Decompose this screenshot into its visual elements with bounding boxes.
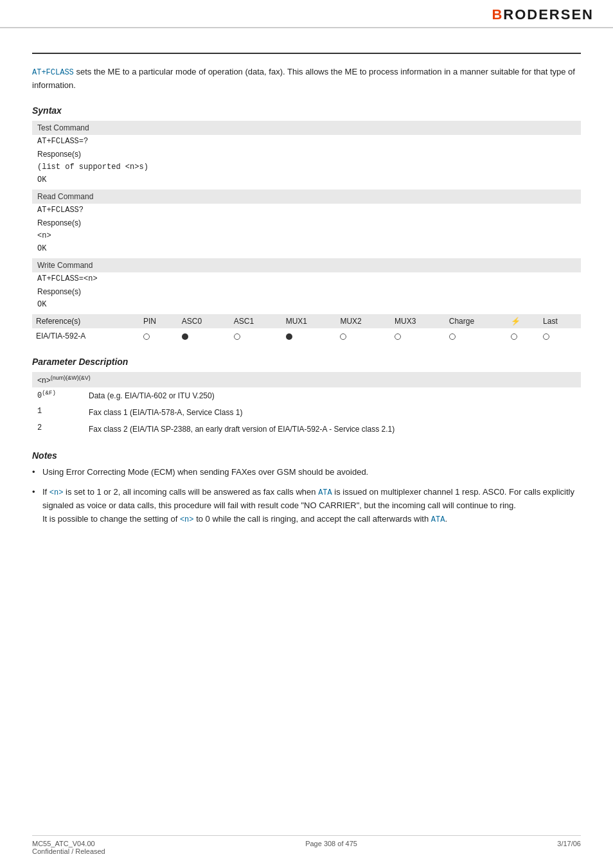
read-command-ok: OK	[32, 242, 581, 258]
note-item-2: If <n> is set to 1 or 2, all incoming ca…	[32, 486, 581, 526]
test-command-response1: (list of supported <n>s)	[32, 161, 581, 173]
write-command-ok: OK	[32, 298, 581, 314]
eia-label: EIA/TIA-592-A	[32, 328, 139, 344]
circle-empty-pin	[143, 333, 150, 340]
note-text-1: Using Error Correcting Mode (ECM) when s…	[42, 467, 368, 477]
test-command-response-label: Response(s)	[32, 148, 581, 161]
circle-filled-mux1	[286, 333, 292, 340]
logo: BRODERSEN	[492, 6, 594, 23]
footer-date: 3/17/06	[557, 840, 581, 855]
col-charge: Charge	[445, 314, 507, 328]
note-text-2: If <n> is set to 1 or 2, all incoming ca…	[42, 487, 574, 524]
param-header-text: <n>(num)(&W)(&V)	[32, 372, 581, 387]
write-command-header: Write Command	[32, 258, 581, 272]
notes-label: Notes	[32, 450, 581, 461]
logo-brand: BRODERSEN	[492, 6, 594, 23]
syntax-label: Syntax	[32, 105, 581, 116]
param-key-0: 0(&F)	[32, 387, 84, 404]
param-desc-label: Parameter Description	[32, 357, 581, 367]
param-row-2: 2 Fax class 2 (EIA/TIA SP-2388, an early…	[32, 421, 581, 438]
footer-left: MC55_ATC_V04.00 Confidential / Released	[32, 840, 105, 855]
intro-text: sets the ME to a particular mode of oper…	[32, 67, 575, 90]
syntax-table: Test Command AT+FCLASS=? Response(s) (li…	[32, 121, 581, 344]
circle-empty-last	[543, 333, 549, 340]
test-command-header: Test Command	[32, 121, 581, 135]
cell-last	[539, 328, 581, 344]
intro-paragraph: AT+FCLASS sets the ME to a particular mo…	[32, 66, 581, 93]
col-mux2: MUX2	[336, 314, 391, 328]
test-command-label: Test Command	[32, 121, 581, 135]
footer-doc-name: MC55_ATC_V04.00	[32, 840, 105, 847]
code-ata-ref1: ATA	[318, 488, 332, 497]
footer-center: Page 308 of 475	[305, 840, 357, 855]
cell-mux2	[336, 328, 391, 344]
read-command-label: Read Command	[32, 190, 581, 204]
circle-empty-charge	[449, 333, 456, 340]
circle-empty-asc1	[234, 333, 240, 340]
col-last: Last	[539, 314, 581, 328]
circle-filled-asc0	[182, 333, 188, 340]
read-command-response1: <n>	[32, 229, 581, 242]
ref-label: Reference(s)	[32, 314, 139, 328]
circle-empty-mux3	[395, 333, 401, 340]
col-mux3: MUX3	[391, 314, 445, 328]
read-command-line1: AT+FCLASS?	[32, 204, 581, 217]
note-item-1: Using Error Correcting Mode (ECM) when s…	[32, 466, 581, 479]
code-ata-ref2: ATA	[431, 515, 445, 524]
circle-empty-mux2	[340, 333, 346, 340]
cell-pin	[139, 328, 178, 344]
col-asc1: ASC1	[230, 314, 282, 328]
param-header-row: <n>(num)(&W)(&V)	[32, 372, 581, 387]
write-command-label: Write Command	[32, 258, 581, 272]
notes-section: Notes Using Error Correcting Mode (ECM) …	[32, 450, 581, 526]
at-command-inline: AT+FCLASS	[32, 68, 74, 77]
cell-mux3	[391, 328, 445, 344]
test-command-line1: AT+FCLASS=?	[32, 135, 581, 148]
write-command-response-label: Response(s)	[32, 285, 581, 298]
section-heading	[32, 48, 581, 54]
col-asc0: ASC0	[178, 314, 230, 328]
param-desc-1: Fax class 1 (EIA/TIA-578-A, Service Clas…	[84, 404, 581, 421]
col-lightning: ⚡	[507, 314, 539, 328]
read-command-header: Read Command	[32, 190, 581, 204]
param-row-0: 0(&F) Data (e.g. EIA/TIA-602 or ITU V.25…	[32, 387, 581, 404]
notes-list: Using Error Correcting Mode (ECM) when s…	[32, 466, 581, 526]
param-desc-2: Fax class 2 (EIA/TIA SP-2388, an early d…	[84, 421, 581, 438]
param-desc-0: Data (e.g. EIA/TIA-602 or ITU V.250)	[84, 387, 581, 404]
param-key-2: 2	[32, 421, 84, 438]
cell-asc0	[178, 328, 230, 344]
cell-charge	[445, 328, 507, 344]
code-n-ref2: <n>	[180, 515, 194, 524]
footer-confidential: Confidential / Released	[32, 847, 105, 855]
circle-empty-lightning	[511, 333, 517, 340]
col-mux1: MUX1	[282, 314, 337, 328]
param-table: <n>(num)(&W)(&V) 0(&F) Data (e.g. EIA/TI…	[32, 372, 581, 438]
param-key-1: 1	[32, 404, 84, 421]
param-row-1: 1 Fax class 1 (EIA/TIA-578-A, Service Cl…	[32, 404, 581, 421]
cell-asc1	[230, 328, 282, 344]
write-command-line1: AT+FCLASS=<n>	[32, 272, 581, 285]
col-pin: PIN	[139, 314, 178, 328]
eia-data-row: EIA/TIA-592-A	[32, 328, 581, 344]
code-n-ref: <n>	[49, 488, 64, 497]
page-header: BRODERSEN	[0, 0, 613, 28]
reference-header-row: Reference(s) PIN ASC0 ASC1 MUX1 MUX2 MUX…	[32, 314, 581, 328]
cell-mux1	[282, 328, 337, 344]
page-footer: MC55_ATC_V04.00 Confidential / Released …	[32, 835, 581, 855]
read-command-response-label: Response(s)	[32, 217, 581, 229]
cell-lightning	[507, 328, 539, 344]
main-content: AT+FCLASS sets the ME to a particular mo…	[0, 28, 613, 552]
test-command-ok: OK	[32, 173, 581, 190]
